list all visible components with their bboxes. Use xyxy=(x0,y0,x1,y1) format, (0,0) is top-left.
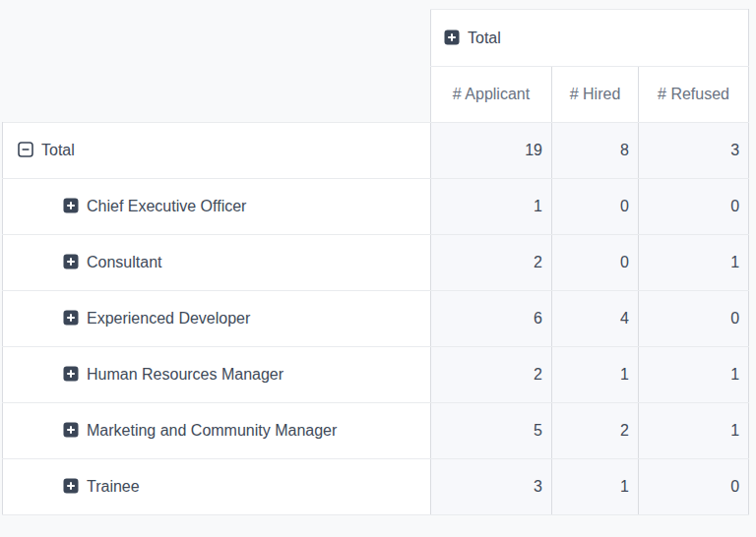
column-group-header-total[interactable]: Total xyxy=(431,10,749,67)
pivot-value-cell: 0 xyxy=(552,235,639,291)
row-label: Human Resources Manager xyxy=(87,366,284,383)
column-group-label: Total xyxy=(468,30,501,46)
row-label: Experienced Developer xyxy=(87,310,250,327)
pivot-value-cell: 2 xyxy=(552,403,639,459)
measure-header-applicant[interactable]: # Applicant xyxy=(431,67,552,123)
row-header-human-resources-manager[interactable]: Human Resources Manager xyxy=(3,347,431,403)
row-experienced-developer: Experienced Developer 6 4 0 xyxy=(3,291,749,347)
pivot-value-cell: 8 xyxy=(552,123,639,179)
plus-square-icon[interactable] xyxy=(63,254,79,269)
pivot-value-cell: 1 xyxy=(431,179,552,235)
plus-square-icon[interactable] xyxy=(63,422,79,438)
plus-square-icon[interactable] xyxy=(444,30,460,45)
pivot-value-cell: 0 xyxy=(639,291,749,347)
pivot-table: Total # Applicant # Hired # Refused Tota… xyxy=(2,9,749,515)
pivot-value-cell: 2 xyxy=(431,235,552,291)
row-header-experienced-developer[interactable]: Experienced Developer xyxy=(3,291,431,347)
pivot-value-cell: 1 xyxy=(639,235,749,291)
row-chief-executive-officer: Chief Executive Officer 1 0 0 xyxy=(3,179,749,235)
measure-header-hired[interactable]: # Hired xyxy=(552,67,639,123)
pivot-value-cell: 4 xyxy=(552,291,639,347)
row-header-trainee[interactable]: Trainee xyxy=(3,459,431,515)
pivot-value-cell: 6 xyxy=(431,291,552,347)
column-header-row: Total xyxy=(3,10,749,67)
row-header-chief-executive-officer[interactable]: Chief Executive Officer xyxy=(3,179,431,235)
pivot-corner-cell xyxy=(3,10,431,123)
row-consultant: Consultant 2 0 1 xyxy=(3,235,749,291)
row-header-total[interactable]: Total xyxy=(3,123,431,179)
plus-square-icon[interactable] xyxy=(63,198,79,213)
pivot-value-cell: 1 xyxy=(639,347,749,403)
minus-square-o-icon[interactable] xyxy=(18,142,33,157)
row-trainee: Trainee 3 1 0 xyxy=(3,459,749,515)
pivot-value-cell: 1 xyxy=(552,347,639,403)
plus-square-icon[interactable] xyxy=(63,478,79,494)
row-marketing-and-community-manager: Marketing and Community Manager 5 2 1 xyxy=(3,403,749,459)
pivot-value-cell: 5 xyxy=(431,403,552,459)
row-label: Consultant xyxy=(87,254,162,270)
row-label: Chief Executive Officer xyxy=(87,198,246,214)
plus-square-icon[interactable] xyxy=(63,366,79,382)
pivot-value-cell: 1 xyxy=(639,403,749,459)
pivot-value-cell: 3 xyxy=(431,459,552,515)
pivot-value-cell: 3 xyxy=(639,123,749,179)
plus-square-icon[interactable] xyxy=(63,310,79,326)
row-total: Total 19 8 3 xyxy=(3,123,749,179)
row-human-resources-manager: Human Resources Manager 2 1 1 xyxy=(3,347,749,403)
row-label: Marketing and Community Manager xyxy=(87,422,337,439)
row-label: Trainee xyxy=(87,478,140,495)
measure-header-refused[interactable]: # Refused xyxy=(639,67,749,123)
row-header-consultant[interactable]: Consultant xyxy=(3,235,431,291)
pivot-value-cell: 0 xyxy=(639,459,749,515)
pivot-value-cell: 0 xyxy=(552,179,639,235)
pivot-value-cell: 2 xyxy=(431,347,552,403)
pivot-value-cell: 1 xyxy=(552,459,639,515)
row-label: Total xyxy=(41,142,75,158)
pivot-view: Total # Applicant # Hired # Refused Tota… xyxy=(0,9,756,515)
pivot-value-cell: 0 xyxy=(639,179,749,235)
row-header-marketing-and-community-manager[interactable]: Marketing and Community Manager xyxy=(3,403,431,459)
pivot-value-cell: 19 xyxy=(431,123,552,179)
